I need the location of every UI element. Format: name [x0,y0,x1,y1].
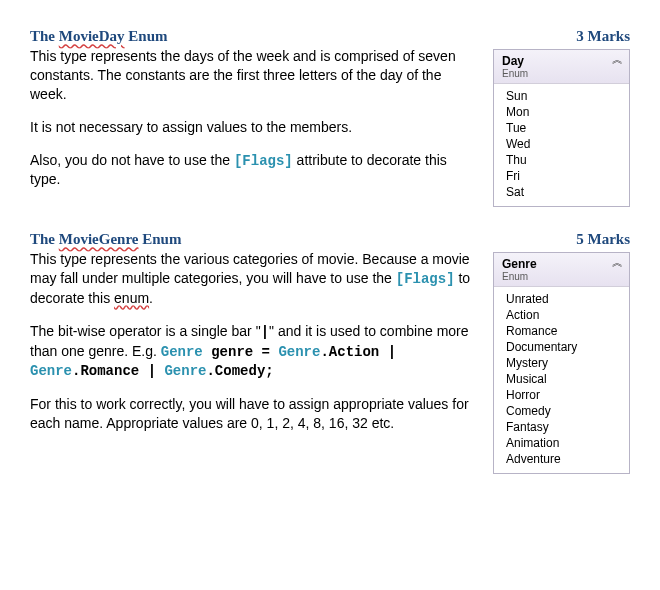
enum-type-label: Enum [502,68,621,79]
enum-box-header: Day Enum ︽ [494,50,629,84]
enum-item: Fantasy [494,419,629,435]
collapse-icon[interactable]: ︽ [612,257,623,268]
enum-item: Unrated [494,291,629,307]
heading-prefix: The [30,28,59,44]
prose-block: This type represents the days of the wee… [30,47,475,203]
code-decl: genre = [203,344,279,360]
enum-item: Sat [494,184,629,200]
enum-item: Mon [494,104,629,120]
code-comedy: .Comedy; [206,363,273,379]
paragraph: For this to work correctly, you will hav… [30,395,475,433]
enum-item: Tue [494,120,629,136]
header-row: The MovieGenre Enum 5 Marks [30,231,630,248]
code-genre: Genre [164,363,206,379]
moviegenre-section: The MovieGenre Enum 5 Marks This type re… [30,231,630,474]
enum-item: Adventure [494,451,629,467]
enum-title: Genre [502,257,621,271]
code-action: .Action [320,344,387,360]
paragraph: This type represents the days of the wee… [30,47,475,104]
heading-prefix: The [30,231,59,247]
header-row: The MovieDay Enum 3 Marks [30,28,630,45]
enum-item: Animation [494,435,629,451]
enum-item: Sun [494,88,629,104]
code-romance: .Romance [72,363,148,379]
enum-box-day: Day Enum ︽ Sun Mon Tue Wed Thu Fri Sat [493,49,630,207]
heading-suffix: Enum [125,28,168,44]
code-flags: [Flags] [234,153,293,169]
code-genre: Genre [278,344,320,360]
enum-item: Action [494,307,629,323]
code-bar: | [261,324,269,340]
body-row: This type represents the days of the wee… [30,47,630,207]
marks-label: 3 Marks [576,28,630,45]
body-row: This type represents the various categor… [30,250,630,474]
enum-item: Mystery [494,355,629,371]
enum-item: Fri [494,168,629,184]
prose-block: This type represents the various categor… [30,250,475,447]
paragraph: The bit-wise operator is a single bar "|… [30,322,475,382]
enum-item: Wed [494,136,629,152]
enum-box-genre: Genre Enum ︽ Unrated Action Romance Docu… [493,252,630,474]
code-flags: [Flags] [396,271,455,287]
enum-item: Documentary [494,339,629,355]
enum-items: Unrated Action Romance Documentary Myste… [494,287,629,473]
enum-item: Horror [494,387,629,403]
enum-item: Romance [494,323,629,339]
enum-title: Day [502,54,621,68]
marks-label: 5 Marks [576,231,630,248]
code-bar: | [388,344,396,360]
enum-type-label: Enum [502,271,621,282]
paragraph: This type represents the various categor… [30,250,475,308]
heading-suffix: Enum [138,231,181,247]
section-heading: The MovieGenre Enum [30,231,181,248]
enum-items: Sun Mon Tue Wed Thu Fri Sat [494,84,629,206]
heading-keyword: MovieDay [59,28,125,44]
enum-item: Thu [494,152,629,168]
enum-box-header: Genre Enum ︽ [494,253,629,287]
code-genre: Genre [30,363,72,379]
enum-item: Comedy [494,403,629,419]
section-heading: The MovieDay Enum [30,28,168,45]
spellcheck-word: enum [114,290,149,306]
code-bar: | [148,363,165,379]
paragraph: Also, you do not have to use the [Flags]… [30,151,475,190]
paragraph: It is not necessary to assign values to … [30,118,475,137]
heading-keyword: MovieGenre [59,231,139,247]
code-genre: Genre [161,344,203,360]
enum-item: Musical [494,371,629,387]
moviedays-section: The MovieDay Enum 3 Marks This type repr… [30,28,630,207]
collapse-icon[interactable]: ︽ [612,54,623,65]
